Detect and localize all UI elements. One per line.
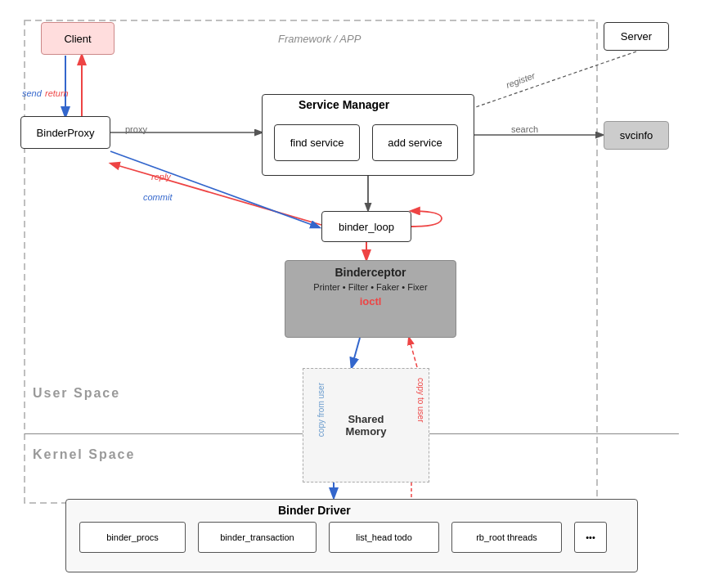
svg-line-8: [352, 338, 360, 367]
reply-label: reply: [151, 172, 171, 182]
binderdriver-title: Binder Driver: [278, 504, 351, 517]
findservice-box: find service: [274, 124, 360, 161]
binderceptor-box: Binderceptor Printer • Filter • Faker • …: [285, 260, 456, 338]
client-box: Client: [41, 22, 115, 55]
binder-transaction-box: binder_transaction: [198, 522, 317, 553]
ioctl-label: ioctl: [360, 295, 382, 307]
diagram: Framework / APP Client Server BinderProx…: [0, 0, 705, 588]
rb-root-threads-box: rb_root threads: [451, 522, 562, 553]
copy-to-user-label: copy to user: [416, 378, 425, 422]
return-label: return: [45, 88, 69, 98]
binderloop-box: binder_loop: [321, 211, 411, 242]
more-items-box: •••: [574, 522, 607, 553]
kernelspace-label: Kernel Space: [33, 447, 135, 462]
userspace-label: User Space: [33, 386, 120, 401]
servicemanager-title: Service Manager: [299, 98, 389, 111]
svcinfo-box: svcinfo: [604, 121, 669, 150]
commit-label: commit: [143, 192, 172, 202]
svg-line-9: [409, 338, 417, 367]
server-box: Server: [604, 22, 669, 51]
binderceptor-title: Binderceptor: [335, 266, 406, 279]
addservice-box: add service: [372, 124, 458, 161]
send-label: send: [22, 88, 42, 98]
binderceptor-sub: Printer • Filter • Faker • Fixer: [313, 282, 427, 292]
svg-line-5: [466, 52, 636, 110]
proxy-label: proxy: [125, 124, 147, 134]
search-label: search: [511, 124, 538, 134]
binderproxy-box: BinderProxy: [20, 116, 110, 149]
binder-procs-box: binder_procs: [79, 522, 186, 553]
copy-from-user-label: copy from user: [317, 383, 326, 437]
framework-label: Framework / APP: [278, 33, 361, 45]
list-head-todo-box: list_head todo: [329, 522, 439, 553]
